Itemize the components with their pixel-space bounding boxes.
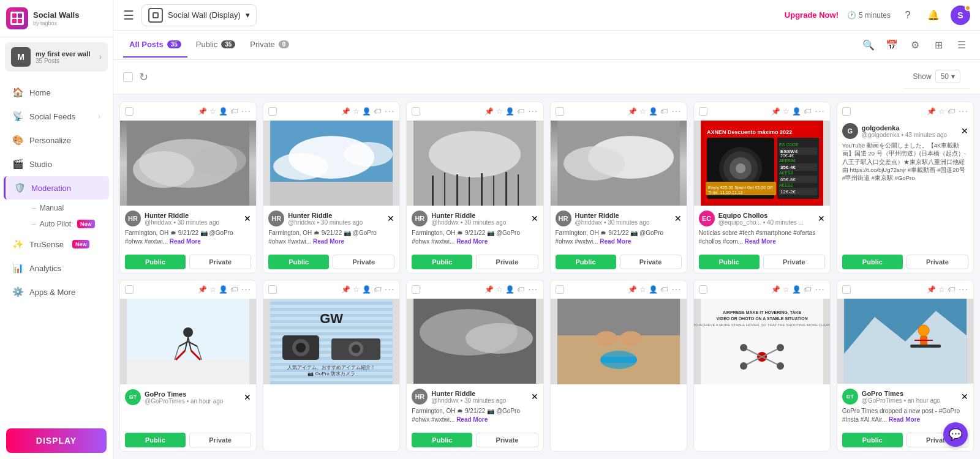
select-all-checkbox[interactable] — [123, 72, 133, 82]
calendar-icon[interactable]: 📅 — [883, 37, 900, 54]
star-icon[interactable]: ☆ — [353, 285, 360, 294]
label-icon[interactable]: 🏷 — [374, 285, 381, 294]
pin-icon[interactable]: 📌 — [198, 285, 207, 294]
sidebar-item-personalize[interactable]: 🎨 Personalize — [4, 129, 109, 152]
post-checkbox[interactable] — [556, 285, 564, 294]
more-options-icon[interactable]: ··· — [241, 106, 251, 117]
more-options-icon[interactable]: ··· — [241, 284, 251, 295]
user-tag-icon[interactable]: 👤 — [649, 285, 658, 294]
public-button[interactable]: Public — [412, 255, 472, 269]
pin-icon[interactable]: 📌 — [771, 107, 780, 116]
sidebar-item-moderation[interactable]: 🛡️ Moderation — [4, 176, 109, 200]
private-button[interactable]: Private — [907, 255, 968, 269]
pin-icon[interactable]: 📌 — [927, 107, 936, 116]
user-tag-icon[interactable]: 👤 — [362, 285, 371, 294]
label-icon[interactable]: 🏷 — [374, 107, 381, 116]
label-icon[interactable]: 🏷 — [804, 285, 811, 294]
post-checkbox[interactable] — [699, 107, 707, 116]
label-icon[interactable]: 🏷 — [660, 107, 668, 116]
user-tag-icon[interactable]: 👤 — [505, 107, 514, 116]
post-checkbox[interactable] — [842, 107, 851, 116]
read-more-link[interactable]: Read More — [313, 238, 344, 245]
post-checkbox[interactable] — [125, 107, 134, 116]
label-icon[interactable]: 🏷 — [948, 107, 955, 116]
post-checkbox[interactable] — [268, 107, 277, 116]
label-icon[interactable]: 🏷 — [948, 285, 955, 294]
more-options-icon[interactable]: ··· — [528, 106, 538, 117]
user-tag-icon[interactable]: 👤 — [792, 285, 801, 294]
tab-public[interactable]: Public 35 — [190, 32, 242, 58]
search-icon[interactable]: 🔍 — [860, 37, 877, 54]
read-more-link[interactable]: Read More — [170, 238, 201, 245]
pin-icon[interactable]: 📌 — [628, 285, 637, 294]
grid-view-icon[interactable]: ⊞ — [930, 37, 947, 54]
star-icon[interactable]: ☆ — [353, 107, 360, 116]
hamburger-menu-icon[interactable]: ☰ — [123, 8, 134, 23]
tab-all-posts[interactable]: All Posts 35 — [123, 32, 187, 58]
post-checkbox[interactable] — [412, 107, 420, 116]
user-tag-icon[interactable]: 👤 — [219, 107, 228, 116]
star-icon[interactable]: ☆ — [938, 107, 945, 116]
private-button[interactable]: Private — [476, 255, 538, 269]
star-icon[interactable]: ☆ — [938, 285, 945, 294]
star-icon[interactable]: ☆ — [639, 285, 646, 294]
pin-icon[interactable]: 📌 — [341, 285, 350, 294]
star-icon[interactable]: ☆ — [783, 107, 790, 116]
wall-selector[interactable]: M my first ever wall 35 Posts › — [5, 42, 108, 72]
post-checkbox[interactable] — [412, 285, 420, 294]
private-button[interactable]: Private — [476, 433, 538, 447]
help-icon[interactable]: ? — [899, 7, 916, 24]
user-tag-icon[interactable]: 👤 — [362, 107, 371, 116]
show-count-selector[interactable]: 50 ▾ — [935, 70, 960, 83]
star-icon[interactable]: ☆ — [783, 285, 790, 294]
sidebar-item-social-feeds[interactable]: 📡 Social Feeds › — [4, 105, 109, 128]
label-icon[interactable]: 🏷 — [230, 107, 238, 116]
chat-support-button[interactable]: 💬 — [943, 422, 968, 447]
read-more-link[interactable]: Read More — [600, 238, 631, 245]
public-button[interactable]: Public — [842, 255, 903, 269]
private-button[interactable]: Private — [763, 255, 825, 269]
post-checkbox[interactable] — [556, 107, 564, 116]
label-icon[interactable]: 🏷 — [660, 285, 668, 294]
more-options-icon[interactable]: ··· — [959, 284, 968, 295]
sidebar-item-home[interactable]: 🏠 Home — [4, 81, 109, 104]
star-icon[interactable]: ☆ — [496, 285, 503, 294]
public-button[interactable]: Public — [125, 433, 186, 447]
more-options-icon[interactable]: ··· — [671, 106, 681, 117]
tab-private[interactable]: Private 0 — [244, 32, 295, 58]
sidebar-item-studio[interactable]: 🎬 Studio — [4, 152, 109, 176]
star-icon[interactable]: ☆ — [496, 107, 503, 116]
display-button[interactable]: DISPLAY — [6, 428, 107, 453]
post-checkbox[interactable] — [699, 285, 707, 294]
public-button[interactable]: Public — [556, 255, 616, 269]
more-options-icon[interactable]: ··· — [959, 106, 968, 117]
pin-icon[interactable]: 📌 — [927, 285, 936, 294]
pin-icon[interactable]: 📌 — [771, 285, 780, 294]
private-button[interactable]: Private — [189, 255, 251, 269]
more-options-icon[interactable]: ··· — [815, 106, 824, 117]
user-tag-icon[interactable]: 👤 — [792, 107, 801, 116]
private-button[interactable]: Private — [189, 433, 251, 447]
list-view-icon[interactable]: ☰ — [953, 37, 970, 54]
private-button[interactable]: Private — [620, 255, 682, 269]
post-checkbox[interactable] — [842, 285, 851, 294]
public-button[interactable]: Public — [412, 433, 472, 447]
more-options-icon[interactable]: ··· — [385, 284, 394, 295]
label-icon[interactable]: 🏷 — [517, 107, 524, 116]
public-button[interactable]: Public — [842, 433, 903, 447]
refresh-icon[interactable]: ↻ — [139, 70, 148, 84]
label-icon[interactable]: 🏷 — [517, 285, 524, 294]
notifications-icon[interactable]: 🔔 — [925, 7, 942, 24]
pin-icon[interactable]: 📌 — [484, 107, 494, 116]
filter-icon[interactable]: ⚙ — [907, 37, 924, 54]
read-more-link[interactable]: Read More — [456, 238, 488, 245]
user-tag-icon[interactable]: 👤 — [505, 285, 514, 294]
sidebar-item-analytics[interactable]: 📊 Analytics — [4, 256, 109, 280]
sidebar-item-manual[interactable]: Manual — [23, 200, 113, 216]
star-icon[interactable]: ☆ — [209, 107, 216, 116]
display-selector[interactable]: Social Wall (Display) ▾ — [141, 4, 257, 26]
read-more-link[interactable]: Read More — [889, 416, 920, 423]
more-options-icon[interactable]: ··· — [385, 106, 394, 117]
sidebar-item-trusense[interactable]: ✨ TruSense New — [4, 233, 109, 256]
sidebar-item-apps-more[interactable]: ⚙️ Apps & More — [4, 280, 109, 304]
